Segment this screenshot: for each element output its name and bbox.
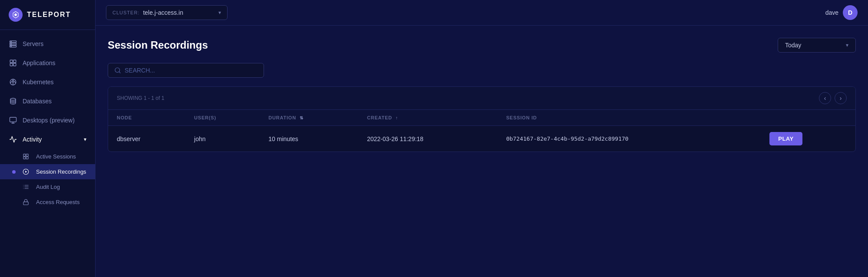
date-filter-value: Today [785, 42, 801, 49]
svg-rect-21 [23, 154, 26, 156]
next-page-button[interactable]: › [835, 92, 847, 104]
cell-users: john [185, 126, 260, 152]
logo-area: TELEPORT [0, 0, 95, 30]
svg-line-16 [14, 81, 16, 82]
session-recordings-label: Session Recordings [36, 168, 86, 175]
page-header: Session Recordings Today ▾ [108, 38, 856, 53]
audit-log-icon [23, 184, 29, 190]
svg-rect-9 [13, 60, 16, 63]
audit-log-wrapper: Audit Log [0, 179, 95, 195]
svg-rect-8 [10, 60, 13, 63]
page-content: Session Recordings Today ▾ SHOWING 1 - 1… [96, 26, 868, 277]
sidebar-item-desktops[interactable]: Desktops (preview) [0, 111, 95, 130]
svg-rect-11 [13, 63, 16, 66]
active-sessions-wrapper: Active Sessions [0, 149, 95, 164]
svg-rect-23 [23, 157, 26, 159]
col-users: USER(S) [185, 110, 260, 126]
table-showing-text: SHOWING 1 - 1 of 1 [117, 95, 164, 101]
kubernetes-icon [9, 78, 17, 86]
user-area: dave D [825, 5, 858, 20]
logo-icon [9, 8, 23, 22]
table-body: dbserver john 10 minutes 2022-03-26 11:2… [108, 126, 855, 152]
duration-sort-icon: ⇅ [300, 115, 304, 120]
col-session-id: SESSION ID [498, 110, 761, 126]
prev-page-button[interactable]: ‹ [819, 92, 831, 104]
sidebar-item-access-requests[interactable]: Access Requests [0, 195, 95, 210]
table-showing-bar: SHOWING 1 - 1 of 1 ‹ › [108, 87, 855, 110]
databases-label: Databases [23, 98, 52, 105]
desktop-icon [9, 116, 17, 125]
svg-point-6 [11, 44, 12, 45]
kubernetes-label: Kubernetes [23, 79, 54, 86]
pagination-controls: ‹ › [819, 92, 847, 104]
topbar: CLUSTER: tele.j-access.in ▾ dave D [96, 0, 868, 26]
table-row: dbserver john 10 minutes 2022-03-26 11:2… [108, 126, 855, 152]
session-recordings-icon [23, 168, 29, 175]
recordings-table-container: SHOWING 1 - 1 of 1 ‹ › NODE USER(S) [108, 86, 856, 152]
access-requests-wrapper: Access Requests [0, 195, 95, 210]
servers-label: Servers [23, 40, 43, 47]
logo-text: TELEPORT [27, 11, 71, 19]
cluster-value: tele.j-access.in [143, 9, 183, 16]
col-duration[interactable]: DURATION ⇅ [260, 110, 358, 126]
table-header: NODE USER(S) DURATION ⇅ CREATED ↑ [108, 110, 855, 126]
sidebar-item-activity[interactable]: Activity ▾ [0, 130, 95, 149]
recordings-table: NODE USER(S) DURATION ⇅ CREATED ↑ [108, 110, 855, 152]
activity-submenu: Active Sessions Session Recordings [0, 149, 95, 210]
cell-play-action: PLAY [761, 126, 855, 152]
svg-point-5 [11, 41, 12, 42]
applications-icon [9, 59, 17, 67]
sidebar: TELEPORT Servers [0, 0, 96, 277]
cell-node: dbserver [108, 126, 185, 152]
svg-rect-18 [10, 117, 17, 122]
applications-label: Applications [23, 59, 56, 66]
search-input[interactable] [125, 67, 257, 74]
page-title: Session Recordings [108, 39, 208, 51]
col-actions [761, 110, 855, 126]
sidebar-item-databases[interactable]: Databases [0, 92, 95, 111]
activity-label: Activity [23, 136, 42, 143]
svg-line-35 [119, 72, 120, 73]
cluster-chevron-icon: ▾ [218, 10, 221, 16]
activity-icon [9, 135, 17, 144]
databases-icon [9, 97, 17, 106]
teleport-logo-svg [12, 11, 20, 19]
created-sort-icon: ↑ [396, 115, 398, 120]
cluster-label: CLUSTER: [112, 10, 139, 15]
session-recordings-wrapper: Session Recordings [0, 164, 95, 179]
sidebar-item-kubernetes[interactable]: Kubernetes [0, 73, 95, 92]
cell-session-id: 0b724167-82e7-4c4b-95d2-a79d2c899170 [498, 126, 761, 152]
svg-point-7 [11, 46, 12, 47]
svg-marker-26 [25, 171, 27, 173]
date-filter-chevron-icon: ▾ [846, 42, 848, 48]
active-sessions-label: Active Sessions [36, 153, 76, 160]
server-icon [9, 40, 17, 48]
cell-duration: 10 minutes [260, 126, 358, 152]
date-filter-dropdown[interactable]: Today ▾ [778, 38, 856, 53]
col-created[interactable]: CREATED ↑ [358, 110, 497, 126]
user-avatar[interactable]: D [843, 5, 858, 20]
sidebar-item-applications[interactable]: Applications [0, 53, 95, 73]
table-header-row: NODE USER(S) DURATION ⇅ CREATED ↑ [108, 110, 855, 126]
col-node: NODE [108, 110, 185, 126]
svg-line-15 [10, 81, 12, 82]
svg-point-17 [10, 98, 16, 100]
access-requests-label: Access Requests [36, 199, 79, 205]
svg-point-1 [15, 14, 17, 16]
svg-rect-24 [26, 157, 28, 159]
desktops-label: Desktops (preview) [23, 117, 75, 124]
showing-range-text: SHOWING 1 - 1 of 1 [117, 95, 164, 101]
audit-log-label: Audit Log [36, 184, 60, 190]
cluster-selector[interactable]: CLUSTER: tele.j-access.in ▾ [106, 5, 228, 20]
play-button[interactable]: PLAY [769, 132, 802, 145]
sidebar-item-active-sessions[interactable]: Active Sessions [0, 149, 95, 164]
username: dave [825, 9, 838, 16]
search-icon [114, 67, 121, 74]
activity-chevron-icon: ▾ [84, 136, 86, 142]
search-bar[interactable] [108, 63, 264, 78]
active-sessions-icon [23, 153, 29, 160]
sidebar-item-audit-log[interactable]: Audit Log [0, 179, 95, 195]
cell-created: 2022-03-26 11:29:18 [358, 126, 497, 152]
access-requests-icon [23, 199, 29, 205]
sidebar-item-servers[interactable]: Servers [0, 34, 95, 53]
